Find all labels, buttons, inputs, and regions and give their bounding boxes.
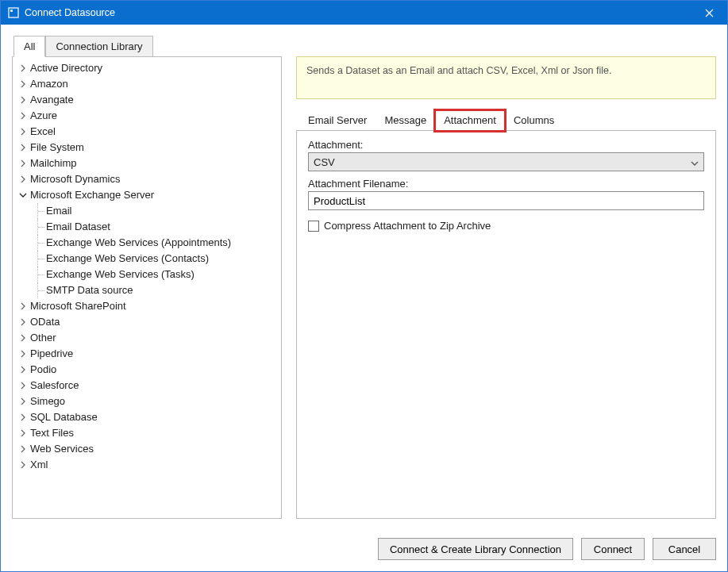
- cancel-button[interactable]: Cancel: [653, 538, 716, 560]
- chevron-right-icon[interactable]: [17, 348, 29, 359]
- tree-item-label: Azure: [30, 108, 57, 124]
- chevron-right-icon[interactable]: [17, 428, 29, 439]
- filename-label: Attachment Filename:: [308, 178, 704, 190]
- tree-item-label: Text Files: [30, 425, 74, 441]
- tree-item-label: Microsoft SharePoint: [30, 298, 126, 314]
- tree-item-label: Excel: [30, 124, 56, 140]
- footer-bar: Connect & Create Library Connection Conn…: [1, 530, 727, 571]
- main-body: Active DirectoryAmazonAvangateAzureExcel…: [12, 56, 716, 519]
- tree-item[interactable]: SQL Database: [17, 409, 281, 425]
- tree-item[interactable]: Microsoft SharePoint: [17, 298, 281, 314]
- connect-create-library-button[interactable]: Connect & Create Library Connection: [378, 538, 573, 560]
- tree-item[interactable]: Microsoft Dynamics: [17, 171, 281, 187]
- tree-item[interactable]: File System: [17, 140, 281, 155]
- tree-item-label: Pipedrive: [30, 346, 73, 362]
- tree-item-label: Microsoft Exchange Server: [30, 187, 154, 203]
- tree-item[interactable]: Podio: [17, 362, 281, 378]
- tree-child-item[interactable]: Exchange Web Services (Tasks): [46, 267, 281, 282]
- tree-child-label: Email Dataset: [46, 219, 110, 235]
- sub-tab-email-server[interactable]: Email Server: [299, 110, 376, 131]
- chevron-right-icon[interactable]: [17, 174, 29, 185]
- main-tab-all[interactable]: All: [13, 36, 45, 57]
- chevron-right-icon[interactable]: [17, 412, 29, 423]
- connect-button[interactable]: Connect: [581, 538, 645, 560]
- compress-checkbox[interactable]: [308, 221, 319, 232]
- chevron-right-icon[interactable]: [17, 110, 29, 121]
- tree-item[interactable]: Excel: [17, 124, 281, 140]
- dialog-window: Connect Datasource All Connection Librar…: [0, 0, 728, 572]
- tree-child-item[interactable]: Email: [46, 203, 281, 219]
- close-button[interactable]: [691, 1, 727, 25]
- tree-child-item[interactable]: Exchange Web Services (Appointments): [46, 235, 281, 251]
- tree-item-label: Podio: [30, 362, 56, 378]
- chevron-right-icon[interactable]: [17, 301, 29, 312]
- tree-child-label: SMTP Data source: [46, 282, 133, 298]
- attachment-label: Attachment:: [308, 139, 704, 151]
- window-title: Connect Datasource: [25, 7, 691, 18]
- sub-tab-attachment[interactable]: Attachment: [435, 110, 505, 131]
- sub-tab-columns[interactable]: Columns: [505, 110, 563, 131]
- info-text: Sends a Dataset as an Email and attach C…: [306, 65, 611, 76]
- content-area: All Connection Library Active DirectoryA…: [1, 25, 727, 530]
- attachment-value: CSV: [314, 156, 335, 168]
- tree-item-label: Other: [30, 330, 56, 346]
- chevron-right-icon[interactable]: [17, 94, 29, 106]
- tree-item-label: Mailchimp: [30, 155, 77, 171]
- tree-item-label: Amazon: [30, 76, 68, 92]
- compress-label: Compress Attachment to Zip Archive: [324, 220, 491, 232]
- chevron-right-icon[interactable]: [17, 332, 29, 344]
- tree-item[interactable]: Xml: [17, 457, 281, 473]
- tree-item[interactable]: Avangate: [17, 92, 281, 108]
- tree-item-label: SQL Database: [30, 409, 98, 425]
- tree-child-item[interactable]: SMTP Data source: [46, 282, 281, 298]
- chevron-right-icon[interactable]: [17, 459, 29, 470]
- sub-tab-message[interactable]: Message: [376, 110, 435, 131]
- tree-item[interactable]: Microsoft Exchange Server: [17, 187, 281, 203]
- tree-item[interactable]: Amazon: [17, 76, 281, 92]
- tree-child-label: Email: [46, 203, 72, 219]
- tree-item-label: Simego: [30, 393, 65, 409]
- chevron-right-icon[interactable]: [17, 79, 29, 90]
- tree-child-label: Exchange Web Services (Appointments): [46, 235, 231, 251]
- titlebar: Connect Datasource: [1, 1, 727, 25]
- tree-item[interactable]: Web Services: [17, 441, 281, 457]
- tree-item-label: OData: [30, 314, 60, 330]
- chevron-down-icon[interactable]: [17, 190, 29, 201]
- tree-child-item[interactable]: Email Dataset: [46, 219, 281, 235]
- chevron-right-icon[interactable]: [17, 364, 29, 375]
- chevron-right-icon[interactable]: [17, 443, 29, 455]
- svg-rect-1: [10, 10, 13, 12]
- chevron-right-icon[interactable]: [17, 380, 29, 391]
- sub-tab-body: Attachment: CSV Attachment Filename:: [296, 130, 716, 519]
- tree-item-label: Microsoft Dynamics: [30, 171, 120, 187]
- sub-tab-strip: Email Server Message Attachment Columns: [299, 110, 716, 131]
- tree-child-item[interactable]: Exchange Web Services (Contacts): [46, 251, 281, 267]
- main-tab-connection-library[interactable]: Connection Library: [45, 36, 152, 57]
- tree-item[interactable]: OData: [17, 314, 281, 330]
- chevron-right-icon[interactable]: [17, 317, 29, 328]
- tree-item[interactable]: Mailchimp: [17, 155, 281, 171]
- compress-checkbox-row[interactable]: Compress Attachment to Zip Archive: [308, 220, 704, 232]
- chevron-down-icon: [691, 156, 699, 168]
- chevron-right-icon[interactable]: [17, 158, 29, 169]
- chevron-right-icon[interactable]: [17, 396, 29, 407]
- chevron-right-icon[interactable]: [17, 63, 29, 74]
- tree-item[interactable]: Pipedrive: [17, 346, 281, 362]
- tree-item[interactable]: Salesforce: [17, 378, 281, 393]
- tree-item-label: Salesforce: [30, 378, 79, 393]
- tree-item[interactable]: Text Files: [17, 425, 281, 441]
- datasource-tree[interactable]: Active DirectoryAmazonAvangateAzureExcel…: [12, 56, 282, 519]
- attachment-select[interactable]: CSV: [308, 152, 704, 171]
- chevron-right-icon[interactable]: [17, 126, 29, 137]
- tree-item[interactable]: Active Directory: [17, 60, 281, 76]
- tree-item-label: Web Services: [30, 441, 94, 457]
- tree-item[interactable]: Other: [17, 330, 281, 346]
- tree-item-label: File System: [30, 140, 84, 155]
- chevron-right-icon[interactable]: [17, 142, 29, 153]
- tree-item-label: Xml: [30, 457, 48, 473]
- tree-item[interactable]: Azure: [17, 108, 281, 124]
- svg-rect-0: [9, 8, 18, 17]
- filename-input[interactable]: [308, 191, 704, 210]
- tree-item-label: Avangate: [30, 92, 74, 108]
- tree-item[interactable]: Simego: [17, 393, 281, 409]
